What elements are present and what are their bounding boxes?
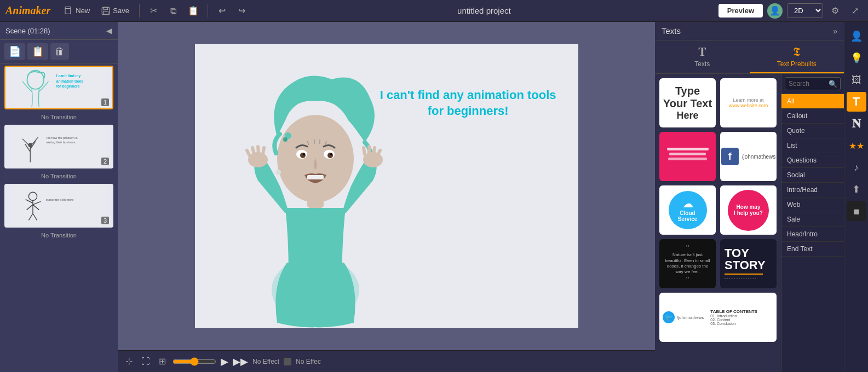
scene-add-button[interactable]: 📄 [4,43,25,60]
no-effect-label-1: No Effect [252,358,279,365]
svg-rect-40 [307,175,324,179]
scene-item-1[interactable]: I can't find my animation tools for begi… [0,63,118,112]
scene-thumbnail-2[interactable]: Tell how the problem is ruining their bu… [4,125,113,168]
undo-button[interactable]: ↩ [215,3,230,19]
filter-questions[interactable]: Questions [781,153,844,168]
card-callout-inner [659,132,716,181]
copy-button[interactable]: ⧉ [166,3,181,19]
svg-text:for beginners: for beginners [56,84,80,89]
card-website-text2: www.website.com [729,103,768,108]
new-label: New [76,7,90,15]
scene-3-number: 3 [101,217,109,224]
scenes-collapse-button[interactable]: ◀ [106,26,112,35]
filter-callout[interactable]: Callout [781,109,844,124]
upload-button[interactable]: ⬆ [847,179,866,199]
card-nature-quote[interactable]: " Nature isn't just beautiful. Even in s… [659,239,716,288]
scene-delete-button[interactable]: 🗑 [50,43,69,60]
redo-button[interactable]: ↪ [234,3,250,19]
new-button[interactable]: New [60,5,93,17]
filter-intro-head[interactable]: Intro/Head [781,183,844,197]
media-button[interactable]: 🖼 [847,70,866,90]
enter-text-button[interactable]: 𝐍 [847,114,866,133]
texts-expand-button[interactable]: » [833,27,837,36]
scene-thumbnail-3[interactable]: elaborate a bit more 3 [4,184,113,228]
filter-quote[interactable]: Quote [781,124,844,138]
characters-button[interactable]: 👤 [847,26,866,46]
scene-2-preview-svg: Tell how the problem is ruining their bu… [5,126,112,167]
card-facebook[interactable]: f /johnmathews [720,132,777,181]
divider-2 [208,4,208,18]
nature-quote-text: Nature isn't just beautiful. Even in sma… [664,252,711,275]
svg-text:animation tools: animation tools [56,79,83,83]
background-button[interactable]: ◼ [847,201,866,221]
filter-list[interactable]: List [781,138,844,153]
card-toy-story[interactable]: TOY STORY - - - - - - - - - - - - - - [720,239,777,288]
scene-thumbnail-1[interactable]: I can't find my animation tools for begi… [4,66,113,109]
cut-button[interactable]: ✂ [146,3,162,19]
grid-button[interactable]: ⊞ [157,354,168,369]
card-twitter-toc[interactable]: 🐦 /johnmathews TABLE OF CONTENTS 01. Int… [659,293,777,342]
settings-button[interactable]: ⚙ [827,3,843,19]
toy-story-line2: STORY [725,259,766,271]
text-button[interactable]: T [847,92,866,112]
card-callout[interactable] [659,132,716,181]
svg-text:elaborate a bit more: elaborate a bit more [46,198,74,201]
svg-rect-0 [65,7,71,14]
tab-texts[interactable]: 𝐓 Texts [655,40,750,73]
scenes-header: Scene (01:28) ◀ [0,22,118,40]
zoom-slider[interactable] [173,357,216,366]
props-button[interactable]: 💡 [847,48,866,68]
main-area: Scene (01:28) ◀ 📄 📋 🗑 [0,22,868,372]
svg-point-37 [327,153,333,158]
filter-sale[interactable]: Sale [781,212,844,227]
play-button[interactable]: ▶ [221,356,228,368]
svg-rect-4 [104,11,108,14]
svg-text:I can't find my: I can't find my [56,74,81,78]
card-website[interactable]: Learn more at www.website.com [720,78,777,127]
save-button[interactable]: Save [97,5,133,17]
preview-button[interactable]: Preview [718,4,763,18]
scene-item-2[interactable]: Tell how the problem is ruining their bu… [0,123,118,171]
app-logo: Animaker [5,4,50,17]
callout-line-1 [667,148,709,150]
card-type-your-text-label: Type Your Text Here [659,82,716,125]
canvas[interactable]: I can't find any animation tools for beg… [195,44,578,328]
filter-all[interactable]: All [781,94,844,109]
audio-button[interactable]: ♪ [847,158,866,177]
filter-end-text[interactable]: End Text [781,242,844,257]
canvas-main-text: I can't find any animation tools for beg… [380,88,556,119]
svg-line-47 [263,148,264,154]
tab-prebuilts[interactable]: 𝕿 Text Prebuilts [750,40,844,73]
filter-social[interactable]: Social [781,168,844,183]
filter-web[interactable]: Web [781,197,844,212]
scene-duplicate-button[interactable]: 📋 [27,43,48,60]
type-text-here: Here [663,110,712,121]
fullscreen-button[interactable]: ⤢ [847,3,863,19]
toc-item-2: 02. Content [710,318,773,322]
card-chat-bubble-inner: How mayI help you? [728,190,769,231]
stickers-button[interactable]: ★★ [847,136,866,155]
card-type-your-text[interactable]: Type Your Text Here [659,78,716,127]
fullscreen-canvas-button[interactable]: ⛶ [139,354,152,369]
texts-panel: Texts » 𝐓 Texts 𝕿 Text Prebuilts Type Yo… [655,22,844,372]
scene-thumb-content-2: Tell how the problem is ruining their bu… [5,126,112,167]
quote-mark-open: " [664,243,711,252]
card-cloud-service[interactable]: ☁ Cloud Service [659,185,716,235]
play-all-button[interactable]: ▶▶ [233,356,248,368]
card-nature-inner: " Nature isn't just beautiful. Even in s… [659,239,716,288]
toc-title: TABLE OF CONTENTS [710,309,773,314]
chat-bubble-text: How mayI help you? [734,204,763,216]
toc-item-3: 03. Conclusion [710,322,773,326]
card-chat-bubble[interactable]: How mayI help you? [720,185,777,235]
svg-rect-10 [12,126,106,167]
paste-button[interactable]: 📋 [186,3,201,19]
scene-item-3[interactable]: elaborate a bit more 3 [0,182,118,230]
filter-head-intro[interactable]: Head/Intro [781,227,844,242]
no-effect-label-2: No Effec [296,358,321,365]
search-input[interactable] [785,77,841,90]
svg-line-48 [364,148,365,154]
fit-screen-button[interactable]: ⊹ [123,354,135,369]
mode-selector[interactable]: 2D 2.5D 3D [787,3,823,18]
user-avatar[interactable]: 👤 [767,3,783,19]
svg-point-16 [28,143,32,147]
